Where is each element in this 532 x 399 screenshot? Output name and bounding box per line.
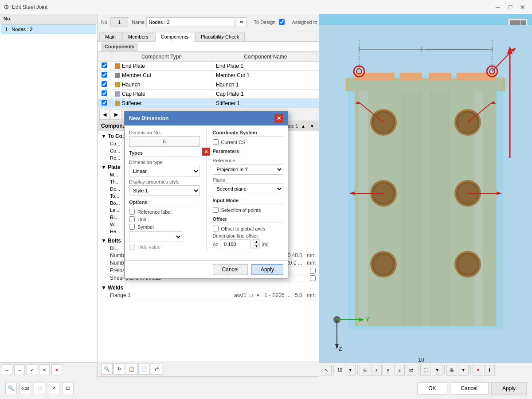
table-row[interactable]: Haunch Haunch 1 <box>98 80 319 90</box>
status-select-btn[interactable]: ⬚ <box>34 383 45 394</box>
vp-btn2[interactable]: x <box>371 365 382 376</box>
reference-select[interactable]: Projection in Y Projection in X True len… <box>213 164 284 175</box>
vp-render-btn[interactable]: ⬚ <box>420 365 431 376</box>
tree-section-bolts: Bolts <box>108 238 121 244</box>
dimension-no-input[interactable] <box>129 136 200 147</box>
name-edit-btn[interactable]: ✏ <box>237 17 246 27</box>
symbol-checkbox[interactable] <box>129 224 135 230</box>
tab-main[interactable]: Main <box>99 32 121 41</box>
list-item[interactable]: 1 Nodes : 2 <box>1 24 96 34</box>
modal-close-btn[interactable]: ✕ <box>274 114 283 123</box>
apply-btn[interactable]: Apply <box>491 382 527 395</box>
svg-text:Z: Z <box>339 346 342 352</box>
tree-expand-icon[interactable]: ▼ <box>101 133 106 139</box>
comp-toolbar-btn1[interactable]: ◀ <box>99 109 110 120</box>
copy-toolbar-btn[interactable]: 📄 <box>138 363 150 375</box>
current-cs-checkbox[interactable] <box>213 139 219 145</box>
tree-expand-bolts[interactable]: ▼ <box>101 238 106 244</box>
status-search-btn[interactable]: 🔍 <box>5 383 17 394</box>
vp-cancel-btn[interactable]: ✕ <box>473 365 483 376</box>
name-input[interactable] <box>146 17 235 27</box>
scale-indicator: 10 <box>336 368 344 372</box>
delta-z-input[interactable] <box>220 239 251 249</box>
modal-cancel-btn[interactable]: Cancel <box>213 264 248 275</box>
input-mode-section-title: Input Mode <box>213 198 284 204</box>
col-component-type: Component Type <box>111 52 212 62</box>
vp-print2-btn[interactable]: ▼ <box>458 365 469 376</box>
maximize-btn[interactable]: □ <box>505 2 516 12</box>
tree-expand-icon[interactable]: ▼ <box>101 164 106 170</box>
vp-btn1[interactable]: ⊕ <box>360 365 370 376</box>
vp-scale-btn[interactable]: ▼ <box>345 365 356 376</box>
row-checkbox[interactable] <box>102 72 107 78</box>
comp-name: Haunch 1 <box>212 80 319 90</box>
delta-z-spinner[interactable]: ▲ ▼ <box>253 239 260 249</box>
status-node-btn[interactable]: ↗ <box>48 383 59 394</box>
table-row[interactable]: Member Cut Member Cut 1 <box>98 71 319 80</box>
vp-info-btn[interactable]: ℹ <box>484 365 495 376</box>
tab-components[interactable]: Components <box>155 32 194 42</box>
left-panel: No. 1 Nodes : 2 ← → ✓ ✕ ✕ <box>0 14 98 377</box>
left-toolbar-btn4[interactable]: ✕ <box>39 364 50 375</box>
tab-plausibility[interactable]: Plausibility Check <box>195 32 245 41</box>
vp-print-btn[interactable]: 🖶 <box>446 365 457 376</box>
comp-toolbar-btn2[interactable]: ▶ <box>111 109 121 120</box>
cancel-btn[interactable]: Cancel <box>450 382 489 395</box>
dimension-type-select[interactable]: Linear Radial Angular <box>129 166 200 176</box>
delta-z-unit: [m] <box>262 242 268 247</box>
modal-apply-btn[interactable]: Apply <box>251 264 283 275</box>
refresh-toolbar-btn[interactable]: ↻ <box>113 363 125 375</box>
left-toolbar-btn1[interactable]: ← <box>2 364 12 375</box>
row-checkbox[interactable] <box>102 63 107 68</box>
table-row[interactable]: End Plate End Plate 1 <box>98 62 319 71</box>
vp-btn5[interactable]: xz <box>406 365 416 376</box>
vp-render2-btn[interactable]: ▼ <box>432 365 442 376</box>
row-checkbox[interactable] <box>102 100 107 106</box>
params-section-title: Parameters <box>213 149 284 155</box>
left-toolbar-btn2[interactable]: → <box>14 364 25 375</box>
row-checkbox[interactable] <box>102 81 107 87</box>
ref-label-checkbox[interactable] <box>129 209 135 215</box>
preloaded-checkbox[interactable] <box>310 268 316 274</box>
row-checkbox[interactable] <box>102 90 107 96</box>
search-toolbar-btn[interactable]: 🔍 <box>101 363 113 375</box>
left-toolbar-btn3[interactable]: ✓ <box>27 364 37 375</box>
scroll-up[interactable]: ▲ <box>300 122 307 129</box>
plane-select[interactable]: Second plane First plane <box>213 184 284 194</box>
ok-btn[interactable]: OK <box>417 382 447 395</box>
offset-global-checkbox[interactable] <box>213 226 219 231</box>
plane-label: Plane <box>213 177 284 183</box>
svg-text:Y: Y <box>366 317 369 323</box>
vp-btn3[interactable]: y <box>383 365 393 376</box>
minimize-btn[interactable]: ─ <box>492 2 504 12</box>
arrows-toolbar-btn[interactable]: ⇄ <box>151 363 162 375</box>
left-toolbar-delete[interactable]: ✕ <box>51 364 62 375</box>
components-table: Component Type Component Name End Plate … <box>98 52 319 108</box>
comp-name: Cap Plate 1 <box>212 90 319 99</box>
status-member-btn[interactable]: ⊡ <box>62 383 74 394</box>
table-row[interactable]: Cap Plate Cap Plate 1 <box>98 90 319 99</box>
table-row[interactable]: Stiffener Stiffener 1 <box>98 99 319 108</box>
new-dimension-modal: New Dimension ✕ Dimension No. Types Dime… <box>124 111 288 279</box>
add-toolbar-btn[interactable]: 📋 <box>126 363 137 375</box>
status-value-btn[interactable]: 0,00 <box>20 383 31 394</box>
selection-points-checkbox[interactable] <box>213 207 219 213</box>
shear-checkbox[interactable] <box>310 275 316 281</box>
svg-rect-13 <box>429 73 451 81</box>
weld-flange1[interactable]: Flange 1 aw,f1 □ ✦ 1 - S235 ... 5.0 mm <box>106 292 319 299</box>
tree-expand-welds[interactable]: ▼ <box>101 285 106 291</box>
unit-checkbox[interactable] <box>129 216 135 222</box>
options-section-title: Options <box>129 200 200 206</box>
display-style-select[interactable]: Style 1 Style 2 <box>129 185 200 196</box>
comp-type: Member Cut <box>122 72 151 78</box>
vp-btn4[interactable]: z <box>394 365 405 376</box>
to-design-checkbox[interactable] <box>279 19 285 25</box>
close-btn[interactable]: ✕ <box>517 2 528 12</box>
tab-members[interactable]: Members <box>122 32 154 41</box>
no-input[interactable] <box>110 17 128 27</box>
symbol-dropdown[interactable] <box>129 231 182 242</box>
hide-value-checkbox[interactable] <box>129 244 135 250</box>
remove-btn[interactable]: ✕ <box>202 148 210 156</box>
vp-select-btn[interactable]: ↖ <box>321 365 332 376</box>
scroll-down[interactable]: ▼ <box>309 122 316 129</box>
